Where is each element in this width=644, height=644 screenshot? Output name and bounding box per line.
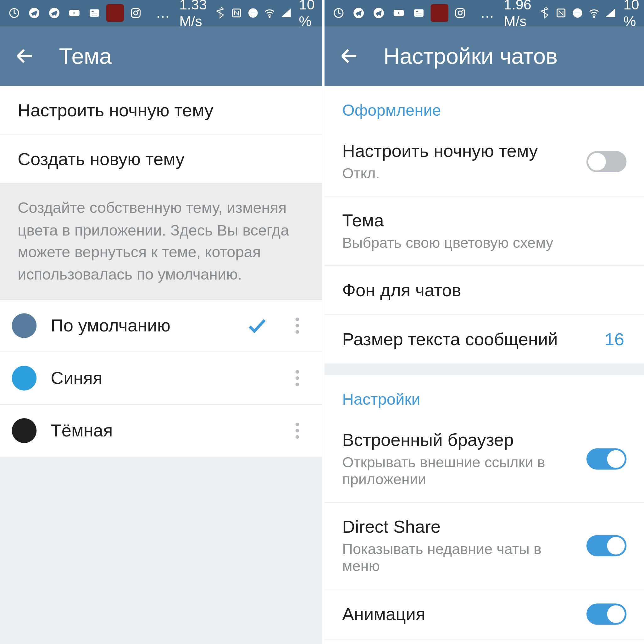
row-label: Размер текста сообщений [342, 329, 590, 349]
row-sub: Показывать недавние чаты в меню [342, 540, 572, 575]
svg-rect-7 [92, 15, 97, 16]
back-button[interactable] [336, 43, 362, 69]
app-badge-icon [106, 4, 124, 22]
theme-row-default[interactable]: По умолчанию [0, 300, 322, 352]
svg-rect-8 [131, 8, 140, 17]
content: Настроить ночную тему Создать новую тему… [0, 86, 322, 644]
row-label: Анимация [342, 604, 572, 624]
theme-row[interactable]: Тема Выбрать свою цветовую схему [325, 197, 644, 266]
animation-row[interactable]: Анимация [325, 589, 644, 639]
more-vert-icon[interactable] [284, 418, 310, 444]
svg-point-23 [296, 435, 299, 439]
news-icon [411, 5, 427, 21]
battery-pct: 10 % [623, 0, 639, 30]
voice-proximity-row[interactable]: Запись голоса при приближении [325, 640, 644, 644]
message-text-size-row[interactable]: Размер текста сообщений 16 [325, 315, 644, 364]
news-icon [86, 5, 103, 21]
more-vert-icon[interactable] [284, 313, 310, 339]
nfc-icon [555, 5, 567, 21]
content: Оформление Настроить ночную тему Откл. Т… [325, 86, 644, 644]
wifi-icon [264, 5, 275, 21]
svg-rect-13 [250, 13, 255, 14]
status-more-icon: … [480, 5, 494, 21]
theme-row-dark[interactable]: Тёмная [0, 404, 322, 456]
animation-toggle[interactable] [586, 603, 627, 625]
svg-point-34 [462, 10, 463, 11]
dnd-icon [571, 5, 583, 21]
page-title: Настройки чатов [383, 43, 558, 69]
status-more-icon: … [156, 5, 170, 21]
screen-chat-settings: … 1.96 M/s 10 % 22:26 Настройки чатов Оф… [322, 0, 644, 644]
svg-rect-31 [416, 15, 422, 16]
configure-night-theme[interactable]: Настроить ночную тему [0, 86, 322, 135]
svg-point-16 [296, 324, 299, 327]
page-title: Тема [59, 43, 112, 69]
theme-label: По умолчанию [51, 315, 230, 336]
youtube-icon [391, 5, 407, 21]
row-label: Настроить ночную тему [342, 141, 572, 161]
text-size-value: 16 [604, 329, 626, 349]
signal-icon [604, 5, 616, 21]
svg-point-20 [296, 382, 299, 386]
svg-point-17 [296, 330, 299, 334]
svg-point-9 [134, 11, 138, 15]
svg-point-10 [137, 10, 139, 11]
svg-rect-32 [456, 8, 464, 17]
bluetooth-icon [538, 5, 550, 21]
svg-point-38 [593, 16, 595, 18]
direct-share-toggle[interactable] [586, 535, 627, 557]
status-bar: … 1.33 M/s 10 % 22:26 [0, 0, 322, 26]
telegram-icon [350, 5, 367, 21]
svg-point-21 [296, 422, 299, 426]
row-sub: Открывать внешние ссылки в приложении [342, 454, 572, 488]
arrow-left-icon [14, 45, 36, 67]
row-label: Создать новую тему [18, 149, 304, 169]
theme-label: Синяя [51, 368, 270, 388]
back-button[interactable] [12, 43, 38, 69]
chat-background-row[interactable]: Фон для чатов [325, 266, 644, 315]
row-sub: Откл. [342, 164, 572, 181]
svg-point-18 [296, 370, 299, 374]
night-theme-toggle[interactable] [586, 151, 627, 172]
telegram-icon-2 [46, 5, 63, 21]
app-bar: Настройки чатов [325, 26, 644, 86]
telegram-icon [26, 5, 43, 21]
svg-rect-37 [575, 13, 580, 14]
bluetooth-icon [214, 5, 226, 21]
section-gap [325, 364, 644, 375]
wifi-icon [588, 5, 600, 21]
svg-rect-6 [92, 14, 97, 14]
create-new-theme[interactable]: Создать новую тему [0, 135, 322, 184]
color-swatch [12, 366, 37, 391]
row-label: Тема [342, 211, 626, 231]
svg-rect-5 [92, 11, 94, 13]
svg-point-15 [296, 317, 299, 321]
theme-row-blue[interactable]: Синяя [0, 352, 322, 405]
night-theme-row[interactable]: Настроить ночную тему Откл. [325, 127, 644, 196]
battery-pct: 10 % [299, 0, 315, 30]
youtube-icon [66, 5, 83, 21]
theme-label: Тёмная [51, 420, 270, 441]
svg-point-19 [296, 376, 299, 380]
row-label: Встроенный браузер [342, 430, 572, 450]
tiktok-icon [6, 5, 23, 21]
row-sub: Выбрать свою цветовую схему [342, 234, 626, 251]
app-badge-icon [430, 4, 448, 22]
builtin-browser-row[interactable]: Встроенный браузер Открывать внешние ссы… [325, 416, 644, 503]
direct-share-row[interactable]: Direct Share Показывать недавние чаты в … [325, 502, 644, 589]
color-swatch [12, 313, 37, 338]
row-label: Фон для чатов [342, 280, 626, 300]
app-bar: Тема [0, 26, 322, 86]
more-vert-icon[interactable] [284, 365, 310, 391]
net-speed: 1.96 M/s [504, 0, 531, 30]
svg-point-33 [458, 11, 462, 15]
signal-icon [280, 5, 292, 21]
color-swatch [12, 418, 37, 443]
svg-rect-30 [416, 14, 422, 14]
svg-point-22 [296, 429, 299, 432]
builtin-browser-toggle[interactable] [586, 448, 627, 470]
dnd-icon [247, 5, 259, 21]
check-icon [244, 313, 270, 339]
instagram-icon [452, 5, 469, 21]
tiktok-icon [330, 5, 347, 21]
